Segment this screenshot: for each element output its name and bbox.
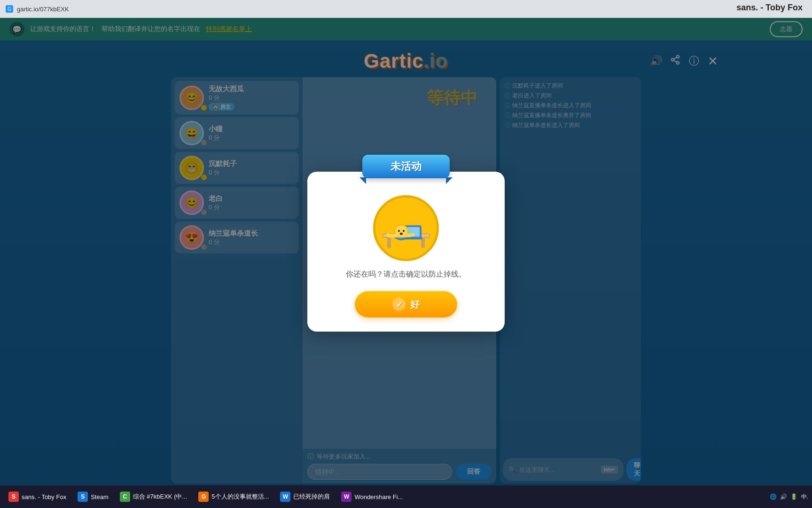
taskbar-item-wondershare[interactable]: W Wondershare Fi... xyxy=(336,487,407,506)
ribbon-tail-right xyxy=(446,177,453,184)
ribbon-tail-left xyxy=(359,177,366,184)
taskbar-label-wondershare: Wondershare Fi... xyxy=(354,493,403,500)
taskbar-time: 中. xyxy=(801,493,808,501)
taskbar-icon-wondershare: W xyxy=(341,492,351,502)
taskbar-label-shoulder: 已经死掉的肩 xyxy=(293,492,330,501)
game-container: 💬 让游戏支持你的语言！ 帮助我们翻译并让您的名字出现在 特别感谢名单上 志愿 … xyxy=(0,18,812,485)
tray-battery-icon: 🔋 xyxy=(790,492,798,501)
taskbar-item-shoulder[interactable]: W 已经死掉的肩 xyxy=(275,487,335,506)
taskbar-label-sans: sans. - Toby Fox xyxy=(22,493,66,500)
taskbar: S sans. - Toby Fox S Steam C 综合 #7kbEXK … xyxy=(0,485,812,508)
browser-bar: G gartic.io/077kbEXK sans. - Toby Fox xyxy=(0,0,812,18)
taskbar-item-sans[interactable]: S sans. - Toby Fox xyxy=(4,487,71,506)
checkmark-icon: ✓ xyxy=(396,300,402,309)
taskbar-icon-steam: S xyxy=(78,492,88,502)
taskbar-icon-5people: G xyxy=(198,492,209,502)
taskbar-icon-sans: S xyxy=(8,492,19,502)
taskbar-label-steam: Steam xyxy=(91,493,109,500)
taskbar-label-综合: 综合 #7kbEXK (中... xyxy=(133,492,187,501)
modal-ribbon-wrapper: 未活动 xyxy=(331,155,481,178)
modal-avatar-illustration xyxy=(373,195,439,261)
tray-network-icon: 🌐 xyxy=(769,492,778,501)
modal-confirm-button[interactable]: ✓ 好 xyxy=(355,291,457,318)
browser-url: gartic.io/077kbEXK xyxy=(17,6,69,13)
taskbar-item-综合[interactable]: C 综合 #7kbEXK (中... xyxy=(115,487,192,506)
modal-title: 未活动 xyxy=(390,160,422,172)
browser-favicon: G xyxy=(6,5,13,13)
browser-top-right-text: sans. - Toby Fox xyxy=(736,3,803,13)
tray-volume-icon: 🔊 xyxy=(780,492,788,501)
taskbar-item-steam[interactable]: S Steam xyxy=(73,487,113,506)
svg-rect-6 xyxy=(387,238,391,248)
modal-confirm-label: 好 xyxy=(410,298,420,311)
taskbar-icon-综合: C xyxy=(120,492,130,502)
modal-ribbon: 未活动 xyxy=(362,155,450,178)
sys-tray-icons: 🌐 🔊 🔋 xyxy=(769,492,798,501)
modal-check-icon: ✓ xyxy=(392,298,406,311)
svg-point-14 xyxy=(400,233,403,235)
system-tray: 🌐 🔊 🔋 中. xyxy=(769,492,808,501)
idle-character-svg xyxy=(378,205,434,252)
modal-dialog: 未活动 xyxy=(307,172,505,332)
taskbar-label-5people: 5个人的没事就整活... xyxy=(211,492,269,501)
modal-overlay: 未活动 xyxy=(0,18,812,485)
modal-message: 你还在吗？请点击确定以防止掉线。 xyxy=(346,269,466,280)
taskbar-item-5people[interactable]: G 5个人的没事就整活... xyxy=(194,487,273,506)
taskbar-icon-shoulder: W xyxy=(280,492,290,502)
